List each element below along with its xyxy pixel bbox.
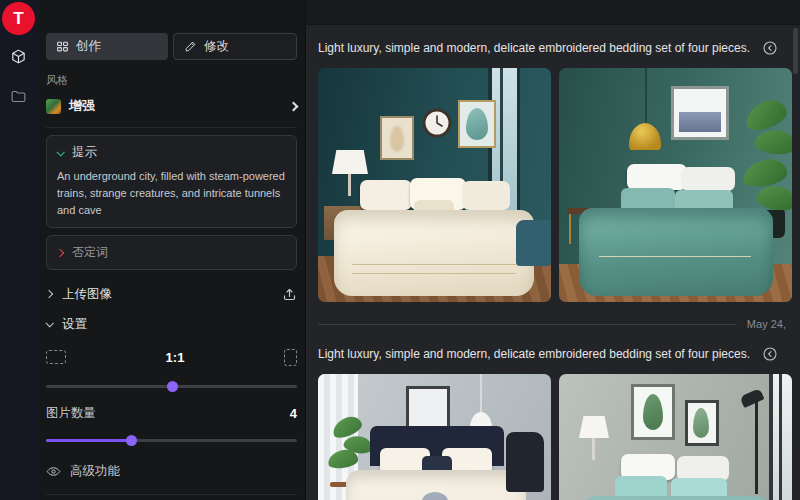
- portrait-icon: [284, 349, 297, 366]
- image-count-slider[interactable]: [46, 435, 297, 446]
- pillow: [462, 181, 510, 210]
- grid-icon: [56, 40, 69, 53]
- settings-row[interactable]: 设置: [46, 312, 297, 336]
- eye-icon: [46, 464, 61, 479]
- settings-label: 设置: [62, 316, 87, 333]
- sidebar-item-files[interactable]: [6, 86, 31, 111]
- duvet: [334, 210, 534, 296]
- landscape-icon: [46, 350, 66, 364]
- upload-icon[interactable]: [282, 287, 297, 302]
- lamp-stem: [348, 174, 351, 196]
- chevron-right-icon[interactable]: [56, 248, 64, 256]
- generation-caption: Light luxury, simple and modern, delicat…: [318, 344, 786, 364]
- divider-line: [318, 324, 737, 325]
- embroidery-seam: [352, 264, 516, 274]
- generated-image[interactable]: [559, 374, 792, 500]
- negative-prompt-card[interactable]: 否定词: [46, 235, 297, 270]
- style-section-label: 风格: [46, 73, 297, 88]
- generated-image[interactable]: [318, 68, 551, 302]
- advanced-features-row[interactable]: 高级功能: [46, 463, 297, 480]
- negative-section-label: 否定词: [72, 244, 108, 261]
- slider-thumb[interactable]: [126, 435, 137, 446]
- table-leg: [569, 214, 571, 244]
- advanced-features-label: 高级功能: [70, 463, 120, 480]
- generation-caption: Light luxury, simple and modern, delicat…: [318, 38, 786, 58]
- generated-image[interactable]: [559, 68, 792, 302]
- pendant-cord: [480, 374, 482, 414]
- tab-edit-label: 修改: [204, 38, 229, 55]
- edit-icon: [184, 40, 197, 53]
- aspect-ratio-slider[interactable]: [46, 381, 297, 392]
- chevron-right-icon: [45, 290, 53, 298]
- tab-create-label: 创作: [76, 38, 101, 55]
- slider-thumb[interactable]: [167, 381, 178, 392]
- top-bar: [306, 0, 800, 25]
- chevron-right-icon: [289, 101, 299, 111]
- pendant-cord: [645, 68, 647, 126]
- pillow: [681, 167, 735, 191]
- embroidery-seam: [599, 256, 751, 266]
- generation-panel: 创作 修改 风格 增强 提示 An underground city, fill…: [38, 0, 306, 500]
- chevron-down-icon: [45, 319, 53, 327]
- floor-lamp: [755, 398, 758, 494]
- pillow: [627, 164, 687, 190]
- armchair: [516, 220, 551, 266]
- prompt-input[interactable]: An underground city, filled with steam-p…: [57, 168, 286, 219]
- table-lamp: [332, 150, 368, 174]
- image-count-label: 图片数量: [46, 405, 96, 422]
- folder-icon: [10, 88, 27, 109]
- chevron-down-icon[interactable]: [56, 148, 64, 156]
- lamp-stem: [592, 438, 595, 460]
- aspect-ratio-value: 1:1: [66, 350, 284, 365]
- abstract-art: [679, 112, 721, 132]
- left-rail: T: [0, 0, 38, 500]
- duvet: [583, 496, 769, 500]
- tab-edit[interactable]: 修改: [173, 33, 297, 60]
- pillow: [360, 180, 412, 210]
- style-selector[interactable]: 增强: [46, 95, 297, 117]
- upload-section: 上传图像: [46, 280, 297, 306]
- upload-label: 上传图像: [62, 286, 112, 303]
- style-value: 增强: [69, 97, 95, 115]
- duvet: [579, 208, 773, 296]
- caption-text: Light luxury, simple and modern, delicat…: [318, 347, 750, 361]
- reuse-prompt-icon[interactable]: [762, 40, 778, 56]
- aspect-ratio-control: 1:1: [46, 346, 297, 368]
- prompt-card[interactable]: 提示 An underground city, filled with stea…: [46, 135, 297, 228]
- image-count-value: 4: [290, 406, 297, 421]
- divider: [46, 127, 297, 128]
- photo-window-bar: [779, 374, 782, 500]
- style-thumbnail: [46, 99, 61, 114]
- cube-icon: [10, 48, 27, 69]
- mode-tabs: 创作 修改: [46, 33, 297, 60]
- generated-image[interactable]: [318, 374, 551, 500]
- settings-section: 设置 1:1 图片数量 4: [46, 312, 297, 480]
- date-divider: May 24,: [318, 316, 786, 332]
- sidebar-item-models[interactable]: [6, 46, 31, 71]
- table-lamp: [579, 416, 609, 438]
- chair: [506, 432, 544, 492]
- caption-text: Light luxury, simple and modern, delicat…: [318, 41, 750, 55]
- app-window: T 创作: [0, 0, 800, 500]
- date-label: May 24,: [747, 318, 786, 330]
- upload-row[interactable]: 上传图像: [46, 282, 297, 306]
- gallery-pane: Light luxury, simple and modern, delicat…: [306, 0, 800, 500]
- feather-art: [390, 126, 404, 152]
- reuse-prompt-icon[interactable]: [762, 346, 778, 362]
- avatar[interactable]: T: [2, 2, 35, 35]
- slider-fill: [46, 439, 131, 442]
- wall-clock: [422, 108, 452, 138]
- prompt-section-label: 提示: [72, 144, 97, 161]
- tab-create[interactable]: 创作: [46, 33, 168, 60]
